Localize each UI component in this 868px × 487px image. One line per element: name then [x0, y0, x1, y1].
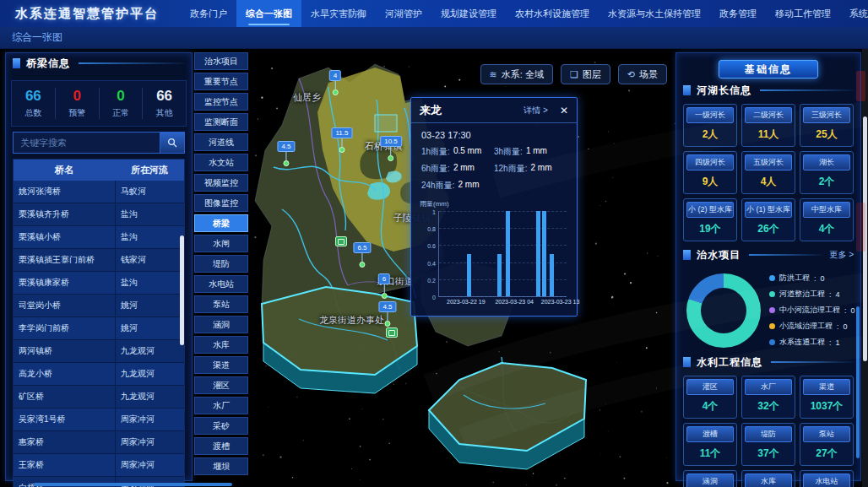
water-level-marker[interactable]: 11.5 [332, 123, 353, 153]
water-level-marker[interactable]: 4.5 [277, 137, 295, 166]
layer-item-3[interactable]: 监测断面 [194, 113, 248, 131]
engineering-card[interactable]: 水厂32个 [741, 376, 795, 419]
layer-item-15[interactable]: 渠道 [194, 356, 248, 374]
layer-item-9[interactable]: 水闸 [194, 235, 248, 252]
nav-tab-2[interactable]: 水旱灾害防御 [301, 0, 376, 27]
river-chief-card[interactable]: 中型水库4个 [800, 198, 854, 241]
engineering-card[interactable]: 堤防37个 [741, 423, 795, 466]
engineering-card[interactable]: 灌区4个 [683, 376, 737, 419]
table-row[interactable]: 高龙小桥九龙观河 [14, 363, 184, 386]
breadcrumb[interactable]: 综合一张图 [12, 30, 62, 45]
search-button[interactable] [160, 132, 185, 154]
layer-item-1[interactable]: 重要节点 [194, 73, 248, 90]
nav-tab-9[interactable]: 系统管理 [840, 0, 868, 27]
search-input[interactable] [13, 132, 160, 154]
nav-tab-1[interactable]: 综合一张图 [236, 0, 301, 27]
table-row[interactable]: 李学岗门前桥姚河 [14, 317, 184, 340]
map-toolbar-label: 水系: 全域 [502, 68, 544, 81]
projects-more-link[interactable]: 更多 > [829, 249, 854, 261]
nav-tab-7[interactable]: 政务管理 [710, 0, 766, 27]
base-info-button[interactable]: 基础信息 [719, 60, 818, 78]
engineering-card[interactable]: 水库66个 [741, 470, 795, 487]
horizontal-scrollbar[interactable] [34, 483, 232, 486]
river-chief-card[interactable]: 五级河长4人 [741, 151, 795, 194]
popup-detail-link[interactable]: 详情 > [524, 105, 548, 116]
engineering-card[interactable]: 渡槽11个 [683, 423, 737, 466]
layer-item-19[interactable]: 渡槽 [194, 437, 248, 455]
table-row[interactable]: 栗溪镇小桥盐沟 [14, 226, 184, 249]
river-chief-card[interactable]: 小 (1) 型水库26个 [741, 198, 795, 241]
table-row[interactable]: 吴家湾1号桥周家冲河 [14, 409, 184, 431]
layer-item-14[interactable]: 水库 [194, 336, 248, 354]
table-row[interactable]: 栗溪镇康家桥盐沟 [14, 272, 184, 295]
table-scrollbar[interactable] [180, 235, 184, 345]
layer-item-4[interactable]: 河道线 [194, 133, 248, 151]
river-chief-card[interactable]: 二级河长11人 [741, 104, 795, 147]
lake-patch [367, 182, 390, 200]
engineering-card[interactable]: 涵洞47个 [683, 470, 737, 487]
table-row[interactable]: 姚河张湾桥马蚁河 [14, 181, 184, 203]
layer-item-20[interactable]: 堰坝 [194, 457, 248, 475]
nav-tab-6[interactable]: 水资源与水土保持管理 [599, 0, 710, 27]
water-system-icon: ≋ [490, 69, 497, 80]
table-row[interactable]: 两河镇桥九龙观河 [14, 340, 184, 363]
nav-tab-5[interactable]: 农村水利设施管理 [506, 0, 599, 27]
card-value: 2人 [686, 123, 734, 143]
map-toolbar-button-2[interactable]: ⟲场景 [618, 64, 667, 84]
layer-item-13[interactable]: 涵洞 [194, 316, 248, 333]
layer-item-6[interactable]: 视频监控 [194, 174, 248, 192]
engineering-card[interactable]: 泵站27个 [800, 423, 854, 466]
station-popup: 来龙 详情 > ✕ 03-23 17:30 1h雨量:0.5 mm3h雨量:1 … [410, 97, 578, 317]
layer-item-17[interactable]: 水厂 [194, 397, 248, 414]
table-row[interactable]: 栗溪镇插王寨门前桥钱家河 [14, 249, 184, 272]
river-name-cell: 马蚁河 [115, 181, 184, 203]
nav-tab-0[interactable]: 政务门户 [181, 0, 236, 27]
table-row[interactable]: 司堂岗小桥姚河 [14, 295, 184, 317]
river-chief-card[interactable]: 小 (2) 型水库19个 [683, 198, 737, 241]
river-chief-card[interactable]: 湖长2个 [800, 151, 854, 194]
legend-separator: : [829, 338, 832, 347]
nav-tab-3[interactable]: 河湖管护 [376, 0, 431, 27]
layer-item-10[interactable]: 堤防 [194, 255, 248, 273]
stat-value: 66 [143, 88, 186, 105]
water-level-marker[interactable]: 6 [378, 269, 390, 299]
camera-icon[interactable] [335, 236, 347, 246]
map-toolbar-button-0[interactable]: ≋水系: 全域 [480, 64, 553, 84]
panel-scrollbar[interactable] [856, 306, 860, 458]
layer-item-16[interactable]: 灌区 [194, 376, 248, 394]
table-row[interactable]: 栗溪镇齐升桥盐沟 [14, 203, 184, 226]
nav-tab-4[interactable]: 规划建设管理 [431, 0, 506, 27]
river-chief-card[interactable]: 三级河长25人 [800, 104, 854, 147]
window-scrollbar-track[interactable] [862, 49, 868, 487]
water-level-marker[interactable]: 10.5 [380, 132, 402, 161]
layer-item-7[interactable]: 图像监控 [194, 194, 248, 212]
layer-item-18[interactable]: 采砂 [194, 417, 248, 435]
legend-label: 小流域治理工程 [779, 321, 833, 332]
river-chief-card[interactable]: 一级河长2人 [683, 104, 737, 147]
nav-tab-8[interactable]: 移动工作管理 [766, 0, 840, 27]
table-row[interactable]: 矿区桥九龙观河 [14, 386, 184, 409]
engineering-card[interactable]: 渠道1037个 [800, 376, 854, 419]
layer-item-8[interactable]: 桥梁 [194, 214, 248, 232]
layer-item-12[interactable]: 泵站 [194, 295, 248, 313]
water-level-marker[interactable]: 4 [329, 66, 341, 95]
layer-item-2[interactable]: 监控节点 [194, 93, 248, 111]
layer-item-11[interactable]: 水电站 [194, 275, 248, 293]
map-viewport[interactable]: 仙居乡石桥驿镇子陵铺镇泉口街道龙泉街道办事处 44.511.510.56.564… [248, 49, 675, 487]
camera-icon[interactable] [386, 327, 398, 338]
section-bullet [683, 357, 691, 367]
map-toolbar-button-1[interactable]: ❏图层 [561, 64, 610, 84]
layer-item-5[interactable]: 水文站 [194, 154, 248, 171]
layer-item-0[interactable]: 治水项目 [194, 52, 248, 70]
close-icon[interactable]: ✕ [560, 105, 568, 116]
chart-bar [542, 211, 546, 296]
water-level-marker[interactable]: 6.5 [353, 238, 371, 268]
river-chief-card[interactable]: 四级河长9人 [683, 151, 737, 194]
rain-stat: 6h雨量:2 mm [421, 160, 494, 177]
water-level-marker[interactable]: 4.5 [378, 297, 396, 327]
engineering-card[interactable]: 水电站3个 [800, 470, 854, 487]
table-row[interactable]: 惠家桥周家冲河 [14, 431, 184, 454]
bridge-name-cell: 栗溪镇插王寨门前桥 [14, 249, 115, 271]
map-toolbar-label: 场景 [639, 68, 658, 81]
table-row[interactable]: 王家桥周家冲河 [14, 454, 184, 477]
